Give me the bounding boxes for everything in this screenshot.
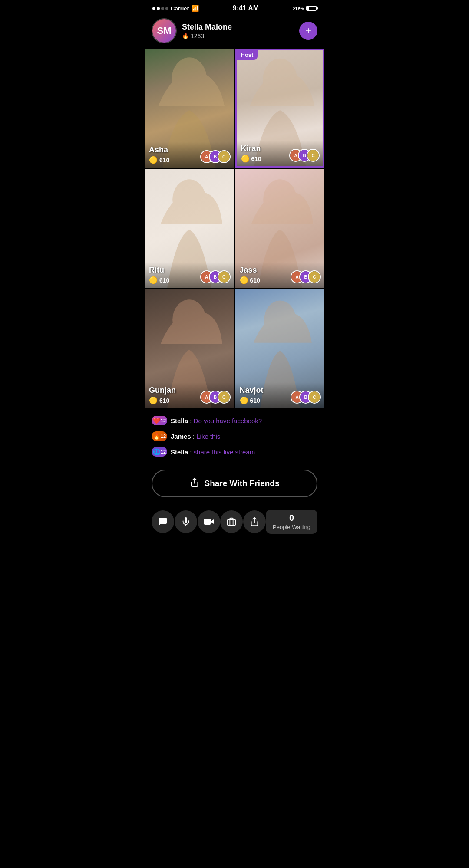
wallet-button[interactable] xyxy=(220,510,243,533)
chat-circle xyxy=(152,510,174,533)
carrier-label: Carrier xyxy=(171,5,189,12)
coin-value: 610 xyxy=(159,277,169,284)
stream-grid: Asha 🟡 610 A B C Host xyxy=(145,49,324,408)
host-badge: Host xyxy=(237,50,258,60)
coin-icon: 🟡 xyxy=(241,155,250,163)
stream-cell-asha[interactable]: Asha 🟡 610 A B C xyxy=(145,49,234,168)
chat-message-1: ❤️ 12 Stella : Do you have facebook? xyxy=(152,416,317,425)
coin-value: 610 xyxy=(159,397,169,404)
wifi-icon: 📶 xyxy=(192,5,199,12)
mini-avatar-3: C xyxy=(218,150,231,163)
share-button-label: Share With Friends xyxy=(205,479,280,488)
coin-icon: 🟡 xyxy=(240,276,248,284)
battery-percent: 20% xyxy=(293,5,304,12)
badge-num-3: 12 xyxy=(161,449,166,454)
mini-avatar-3: C xyxy=(218,270,231,283)
mini-avatar-3: C xyxy=(218,391,231,404)
heart-icon: ❤️ xyxy=(153,417,160,424)
signal-dot-3 xyxy=(161,7,164,10)
stream-avatars-navjot: A B C xyxy=(291,391,321,404)
people-waiting-count: 0 xyxy=(273,513,310,523)
share-icon xyxy=(190,477,199,490)
mini-avatar-3: C xyxy=(308,391,321,404)
video-circle xyxy=(198,510,220,533)
chat-message-content-1: Do you have facebook? xyxy=(194,417,262,424)
chat-button[interactable] xyxy=(152,510,175,533)
chat-message-content-3: share this live stream xyxy=(194,448,255,456)
mic-circle xyxy=(175,510,197,533)
score-value: 1263 xyxy=(191,33,204,39)
stream-cell-jass[interactable]: Jass 🟡 610 A B C xyxy=(235,169,325,288)
chat-message-3: 🌐 12 Stella : share this live stream xyxy=(152,447,317,457)
chat-message-content-2: Like this xyxy=(196,433,220,440)
stream-cell-gunjan[interactable]: Gunjan 🟡 610 A B C xyxy=(145,289,234,408)
share-with-friends-button[interactable]: Share With Friends xyxy=(152,470,317,497)
fire-badge-icon: 🔥 xyxy=(153,433,160,440)
chat-message-2: 🔥 12 James : Like this xyxy=(152,431,317,441)
wallet-circle xyxy=(220,510,243,533)
coin-value: 610 xyxy=(159,157,169,164)
bottom-bar: 0 People Waiting xyxy=(145,504,324,542)
chat-badge-2: 🔥 12 xyxy=(152,431,167,441)
badge-num-1: 12 xyxy=(161,418,166,423)
stream-avatars-ritu: A B C xyxy=(200,270,231,283)
follow-button[interactable]: + xyxy=(299,22,317,40)
svg-marker-9 xyxy=(211,519,214,524)
stream-avatars-gunjan: A B C xyxy=(200,391,231,404)
stream-avatars-asha: A B C xyxy=(200,150,231,163)
stream-cell-kiran[interactable]: Host Kiran 🟡 610 A B C xyxy=(235,49,325,168)
signal-dot-1 xyxy=(152,7,155,10)
video-button[interactable] xyxy=(197,510,220,533)
chat-text-2: James : Like this xyxy=(171,433,220,440)
status-right: 20% xyxy=(293,5,317,12)
user-name: Stella Malone xyxy=(182,23,294,32)
user-header: SM Stella Malone 🔥 1263 + xyxy=(145,15,324,49)
mic-button[interactable] xyxy=(175,510,198,533)
stream-avatars-jass: A B C xyxy=(291,270,321,283)
coin-icon: 🟡 xyxy=(149,396,158,404)
coin-value: 610 xyxy=(250,397,260,404)
signal-dot-2 xyxy=(157,7,160,10)
people-waiting: 0 People Waiting xyxy=(266,510,317,534)
user-info: Stella Malone 🔥 1263 xyxy=(182,23,294,39)
coin-icon: 🟡 xyxy=(149,276,158,284)
mini-avatar-3: C xyxy=(307,149,320,162)
share-circle xyxy=(243,510,266,533)
fire-icon: 🔥 xyxy=(182,33,189,39)
chat-badge-3: 🌐 12 xyxy=(152,447,167,457)
status-left: Carrier 📶 xyxy=(152,5,199,12)
user-score: 🔥 1263 xyxy=(182,33,294,39)
share-button-bottom[interactable] xyxy=(243,510,266,533)
mini-avatar-3: C xyxy=(308,270,321,283)
status-time: 9:41 AM xyxy=(232,4,259,12)
chat-section: ❤️ 12 Stella : Do you have facebook? 🔥 1… xyxy=(145,411,324,465)
svg-rect-11 xyxy=(228,519,235,525)
chat-badge-1: ❤️ 12 xyxy=(152,416,167,425)
coin-icon: 🟡 xyxy=(149,156,158,164)
stream-cell-navjot[interactable]: Navjot 🟡 610 A B C xyxy=(235,289,325,408)
chat-text-1: Stella : Do you have facebook? xyxy=(171,417,262,424)
status-bar: Carrier 📶 9:41 AM 20% xyxy=(145,0,324,15)
svg-rect-10 xyxy=(204,519,211,525)
avatar: SM xyxy=(152,18,177,43)
stream-avatars-kiran: A B C xyxy=(289,149,320,162)
coin-value: 610 xyxy=(251,155,261,162)
signal-dot-4 xyxy=(165,7,168,10)
badge-num-2: 12 xyxy=(161,434,166,439)
avatar-placeholder: SM xyxy=(152,19,176,43)
share-section: Share With Friends xyxy=(145,465,324,504)
planet-badge-icon: 🌐 xyxy=(153,448,160,455)
signal-dots xyxy=(152,7,168,10)
coin-value: 610 xyxy=(250,277,260,284)
people-waiting-label: People Waiting xyxy=(273,524,310,530)
coin-icon: 🟡 xyxy=(240,396,248,404)
battery-icon xyxy=(306,6,317,11)
stream-cell-ritu[interactable]: Ritu 🟡 610 A B C xyxy=(145,169,234,288)
chat-text-3: Stella : share this live stream xyxy=(171,448,255,456)
